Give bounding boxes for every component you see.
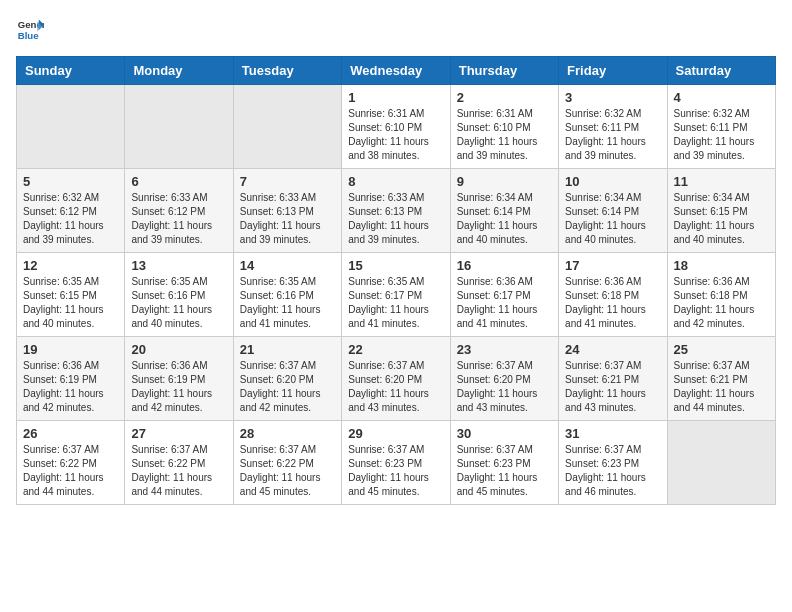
day-number: 4 bbox=[674, 90, 769, 105]
calendar-cell: 30Sunrise: 6:37 AM Sunset: 6:23 PM Dayli… bbox=[450, 421, 558, 505]
calendar-cell: 13Sunrise: 6:35 AM Sunset: 6:16 PM Dayli… bbox=[125, 253, 233, 337]
calendar-cell: 8Sunrise: 6:33 AM Sunset: 6:13 PM Daylig… bbox=[342, 169, 450, 253]
day-info: Sunrise: 6:37 AM Sunset: 6:23 PM Dayligh… bbox=[348, 443, 443, 499]
calendar-cell: 20Sunrise: 6:36 AM Sunset: 6:19 PM Dayli… bbox=[125, 337, 233, 421]
day-info: Sunrise: 6:35 AM Sunset: 6:17 PM Dayligh… bbox=[348, 275, 443, 331]
day-number: 5 bbox=[23, 174, 118, 189]
day-number: 11 bbox=[674, 174, 769, 189]
header-monday: Monday bbox=[125, 57, 233, 85]
page-header: General Blue bbox=[16, 16, 776, 44]
calendar-cell bbox=[125, 85, 233, 169]
day-number: 18 bbox=[674, 258, 769, 273]
header-saturday: Saturday bbox=[667, 57, 775, 85]
day-number: 8 bbox=[348, 174, 443, 189]
calendar-week-2: 5Sunrise: 6:32 AM Sunset: 6:12 PM Daylig… bbox=[17, 169, 776, 253]
calendar-cell: 4Sunrise: 6:32 AM Sunset: 6:11 PM Daylig… bbox=[667, 85, 775, 169]
day-info: Sunrise: 6:37 AM Sunset: 6:20 PM Dayligh… bbox=[457, 359, 552, 415]
calendar-cell: 10Sunrise: 6:34 AM Sunset: 6:14 PM Dayli… bbox=[559, 169, 667, 253]
calendar-cell: 22Sunrise: 6:37 AM Sunset: 6:20 PM Dayli… bbox=[342, 337, 450, 421]
day-info: Sunrise: 6:37 AM Sunset: 6:22 PM Dayligh… bbox=[240, 443, 335, 499]
day-info: Sunrise: 6:35 AM Sunset: 6:15 PM Dayligh… bbox=[23, 275, 118, 331]
header-wednesday: Wednesday bbox=[342, 57, 450, 85]
day-number: 10 bbox=[565, 174, 660, 189]
day-info: Sunrise: 6:34 AM Sunset: 6:15 PM Dayligh… bbox=[674, 191, 769, 247]
day-number: 26 bbox=[23, 426, 118, 441]
calendar-cell: 27Sunrise: 6:37 AM Sunset: 6:22 PM Dayli… bbox=[125, 421, 233, 505]
calendar-cell: 16Sunrise: 6:36 AM Sunset: 6:17 PM Dayli… bbox=[450, 253, 558, 337]
calendar-cell: 31Sunrise: 6:37 AM Sunset: 6:23 PM Dayli… bbox=[559, 421, 667, 505]
header-sunday: Sunday bbox=[17, 57, 125, 85]
calendar-week-1: 1Sunrise: 6:31 AM Sunset: 6:10 PM Daylig… bbox=[17, 85, 776, 169]
day-info: Sunrise: 6:37 AM Sunset: 6:20 PM Dayligh… bbox=[240, 359, 335, 415]
day-info: Sunrise: 6:32 AM Sunset: 6:11 PM Dayligh… bbox=[565, 107, 660, 163]
day-number: 22 bbox=[348, 342, 443, 357]
day-info: Sunrise: 6:32 AM Sunset: 6:12 PM Dayligh… bbox=[23, 191, 118, 247]
day-number: 1 bbox=[348, 90, 443, 105]
day-info: Sunrise: 6:37 AM Sunset: 6:21 PM Dayligh… bbox=[674, 359, 769, 415]
logo-icon: General Blue bbox=[16, 16, 44, 44]
calendar-cell: 25Sunrise: 6:37 AM Sunset: 6:21 PM Dayli… bbox=[667, 337, 775, 421]
day-info: Sunrise: 6:37 AM Sunset: 6:20 PM Dayligh… bbox=[348, 359, 443, 415]
logo: General Blue bbox=[16, 16, 44, 44]
day-info: Sunrise: 6:36 AM Sunset: 6:19 PM Dayligh… bbox=[131, 359, 226, 415]
day-info: Sunrise: 6:33 AM Sunset: 6:12 PM Dayligh… bbox=[131, 191, 226, 247]
calendar-cell: 1Sunrise: 6:31 AM Sunset: 6:10 PM Daylig… bbox=[342, 85, 450, 169]
calendar-week-5: 26Sunrise: 6:37 AM Sunset: 6:22 PM Dayli… bbox=[17, 421, 776, 505]
calendar-cell: 12Sunrise: 6:35 AM Sunset: 6:15 PM Dayli… bbox=[17, 253, 125, 337]
day-number: 21 bbox=[240, 342, 335, 357]
calendar-cell: 24Sunrise: 6:37 AM Sunset: 6:21 PM Dayli… bbox=[559, 337, 667, 421]
day-number: 31 bbox=[565, 426, 660, 441]
day-number: 17 bbox=[565, 258, 660, 273]
day-number: 13 bbox=[131, 258, 226, 273]
weekday-header-row: Sunday Monday Tuesday Wednesday Thursday… bbox=[17, 57, 776, 85]
day-number: 14 bbox=[240, 258, 335, 273]
day-info: Sunrise: 6:37 AM Sunset: 6:23 PM Dayligh… bbox=[457, 443, 552, 499]
calendar-cell: 9Sunrise: 6:34 AM Sunset: 6:14 PM Daylig… bbox=[450, 169, 558, 253]
calendar-cell bbox=[667, 421, 775, 505]
calendar-cell: 21Sunrise: 6:37 AM Sunset: 6:20 PM Dayli… bbox=[233, 337, 341, 421]
day-number: 9 bbox=[457, 174, 552, 189]
calendar-cell: 23Sunrise: 6:37 AM Sunset: 6:20 PM Dayli… bbox=[450, 337, 558, 421]
day-info: Sunrise: 6:36 AM Sunset: 6:19 PM Dayligh… bbox=[23, 359, 118, 415]
calendar-cell: 2Sunrise: 6:31 AM Sunset: 6:10 PM Daylig… bbox=[450, 85, 558, 169]
day-number: 23 bbox=[457, 342, 552, 357]
day-number: 30 bbox=[457, 426, 552, 441]
calendar-cell: 26Sunrise: 6:37 AM Sunset: 6:22 PM Dayli… bbox=[17, 421, 125, 505]
day-number: 2 bbox=[457, 90, 552, 105]
calendar-cell: 28Sunrise: 6:37 AM Sunset: 6:22 PM Dayli… bbox=[233, 421, 341, 505]
calendar-cell: 29Sunrise: 6:37 AM Sunset: 6:23 PM Dayli… bbox=[342, 421, 450, 505]
day-number: 24 bbox=[565, 342, 660, 357]
day-info: Sunrise: 6:36 AM Sunset: 6:18 PM Dayligh… bbox=[674, 275, 769, 331]
day-number: 7 bbox=[240, 174, 335, 189]
calendar-week-3: 12Sunrise: 6:35 AM Sunset: 6:15 PM Dayli… bbox=[17, 253, 776, 337]
svg-text:Blue: Blue bbox=[18, 30, 39, 41]
calendar-cell: 5Sunrise: 6:32 AM Sunset: 6:12 PM Daylig… bbox=[17, 169, 125, 253]
day-info: Sunrise: 6:37 AM Sunset: 6:22 PM Dayligh… bbox=[131, 443, 226, 499]
calendar-cell: 15Sunrise: 6:35 AM Sunset: 6:17 PM Dayli… bbox=[342, 253, 450, 337]
day-number: 19 bbox=[23, 342, 118, 357]
calendar-table: Sunday Monday Tuesday Wednesday Thursday… bbox=[16, 56, 776, 505]
calendar-cell: 3Sunrise: 6:32 AM Sunset: 6:11 PM Daylig… bbox=[559, 85, 667, 169]
day-number: 6 bbox=[131, 174, 226, 189]
day-info: Sunrise: 6:35 AM Sunset: 6:16 PM Dayligh… bbox=[240, 275, 335, 331]
day-number: 28 bbox=[240, 426, 335, 441]
day-info: Sunrise: 6:35 AM Sunset: 6:16 PM Dayligh… bbox=[131, 275, 226, 331]
day-number: 3 bbox=[565, 90, 660, 105]
calendar-cell: 18Sunrise: 6:36 AM Sunset: 6:18 PM Dayli… bbox=[667, 253, 775, 337]
calendar-cell: 7Sunrise: 6:33 AM Sunset: 6:13 PM Daylig… bbox=[233, 169, 341, 253]
day-info: Sunrise: 6:31 AM Sunset: 6:10 PM Dayligh… bbox=[348, 107, 443, 163]
day-info: Sunrise: 6:37 AM Sunset: 6:23 PM Dayligh… bbox=[565, 443, 660, 499]
calendar-cell: 17Sunrise: 6:36 AM Sunset: 6:18 PM Dayli… bbox=[559, 253, 667, 337]
header-friday: Friday bbox=[559, 57, 667, 85]
day-info: Sunrise: 6:32 AM Sunset: 6:11 PM Dayligh… bbox=[674, 107, 769, 163]
day-number: 25 bbox=[674, 342, 769, 357]
day-number: 16 bbox=[457, 258, 552, 273]
calendar-cell: 14Sunrise: 6:35 AM Sunset: 6:16 PM Dayli… bbox=[233, 253, 341, 337]
day-info: Sunrise: 6:34 AM Sunset: 6:14 PM Dayligh… bbox=[457, 191, 552, 247]
day-info: Sunrise: 6:33 AM Sunset: 6:13 PM Dayligh… bbox=[240, 191, 335, 247]
header-thursday: Thursday bbox=[450, 57, 558, 85]
calendar-cell: 19Sunrise: 6:36 AM Sunset: 6:19 PM Dayli… bbox=[17, 337, 125, 421]
calendar-week-4: 19Sunrise: 6:36 AM Sunset: 6:19 PM Dayli… bbox=[17, 337, 776, 421]
day-info: Sunrise: 6:31 AM Sunset: 6:10 PM Dayligh… bbox=[457, 107, 552, 163]
day-number: 29 bbox=[348, 426, 443, 441]
